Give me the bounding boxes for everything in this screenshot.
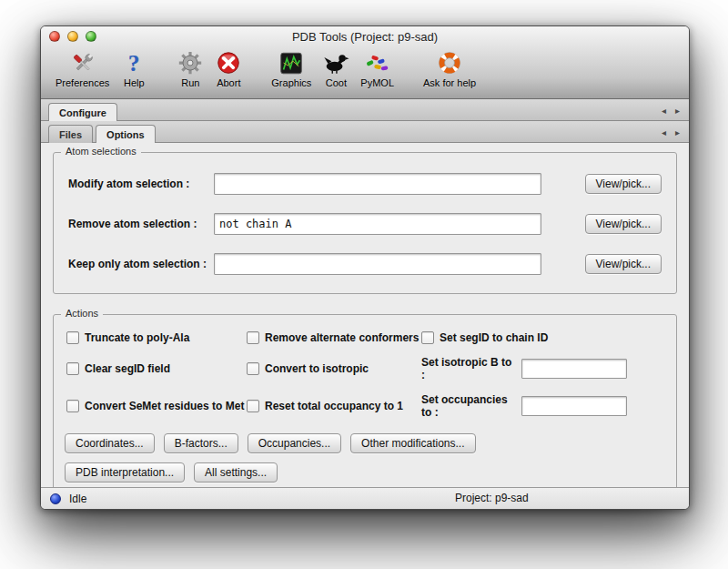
convert-semet-label: Convert SeMet residues to Met xyxy=(85,400,244,412)
tools-icon xyxy=(69,49,96,77)
sub-tab-scroll: ◂ ▸ xyxy=(662,128,682,142)
checkbox-icon[interactable] xyxy=(247,400,259,412)
remove-atom-selection-row: Remove atom selection : View/pick... xyxy=(68,213,662,235)
coordinates-button[interactable]: Coordinates... xyxy=(65,433,155,453)
tab-scroll-right-icon[interactable]: ▸ xyxy=(675,107,680,116)
remove-atom-selection-input[interactable] xyxy=(214,213,541,235)
convert-semet-checkbox[interactable]: Convert SeMet residues to Met xyxy=(66,393,247,419)
truncate-poly-ala-checkbox[interactable]: Truncate to poly-Ala xyxy=(66,331,247,344)
remove-alternate-conformers-checkbox[interactable]: Remove alternate conformers xyxy=(247,331,421,344)
actions-grid: Truncate to poly-Ala Remove alternate co… xyxy=(66,331,663,419)
clear-segid-checkbox[interactable]: Clear segID field xyxy=(66,356,247,381)
status-project: Project: p9-sad xyxy=(455,492,529,504)
tab-options-label: Options xyxy=(106,129,145,140)
zoom-window-button[interactable] xyxy=(86,31,96,42)
occupancies-button[interactable]: Occupancies... xyxy=(248,433,341,453)
keep-view-pick-button[interactable]: View/pick... xyxy=(585,254,662,274)
remove-view-pick-button[interactable]: View/pick... xyxy=(585,214,662,234)
other-modifications-button[interactable]: Other modifications... xyxy=(350,433,475,453)
abort-label: Abort xyxy=(217,77,240,88)
tab-options[interactable]: Options xyxy=(96,125,156,143)
set-isotropic-b-field: Set isotropic B to : xyxy=(421,356,663,381)
keep-only-atom-selection-input[interactable] xyxy=(214,253,541,275)
pymol-icon xyxy=(364,49,391,77)
options-panel: Atom selections Modify atom selection : … xyxy=(41,143,689,487)
actions-button-row-2: PDB interpretation... All settings... xyxy=(65,462,665,483)
coot-bird-icon xyxy=(322,49,349,77)
pdb-tools-window: PDB Tools (Project: p9-sad) xyxy=(40,25,690,510)
set-isotropic-b-input[interactable] xyxy=(521,359,627,379)
sub-tabbar: Files Options ◂ ▸ xyxy=(41,121,689,143)
ask-for-help-button[interactable]: Ask for help xyxy=(423,49,476,88)
set-segid-to-chain-label: Set segID to chain ID xyxy=(440,331,548,344)
set-isotropic-b-label: Set isotropic B to : xyxy=(421,356,516,381)
checkbox-icon[interactable] xyxy=(66,331,79,344)
actions-group: Actions Truncate to poly-Ala Remove alte… xyxy=(53,314,677,487)
tab-configure[interactable]: Configure xyxy=(48,103,117,121)
checkbox-icon[interactable] xyxy=(66,362,79,375)
tab-scroll-left-icon[interactable]: ◂ xyxy=(662,107,666,116)
modify-atom-selection-label: Modify atom selection : xyxy=(68,178,214,190)
modify-atom-selection-input[interactable] xyxy=(214,173,541,195)
atom-selections-group: Atom selections Modify atom selection : … xyxy=(53,152,677,294)
checkbox-icon[interactable] xyxy=(66,400,79,412)
tab-files[interactable]: Files xyxy=(48,125,93,143)
desktop: PDB Tools (Project: p9-sad) xyxy=(0,0,728,569)
modify-atom-selection-row: Modify atom selection : View/pick... xyxy=(68,173,662,195)
keep-only-atom-selection-label: Keep only atom selection : xyxy=(68,258,214,270)
set-occupancies-label: Set occupancies to : xyxy=(421,393,516,419)
checkbox-icon[interactable] xyxy=(421,331,434,344)
convert-isotropic-checkbox[interactable]: Convert to isotropic xyxy=(247,356,421,381)
modify-view-pick-button[interactable]: View/pick... xyxy=(585,174,662,194)
preferences-label: Preferences xyxy=(56,77,109,88)
window-chrome: PDB Tools (Project: p9-sad) xyxy=(41,26,689,99)
abort-icon xyxy=(215,49,242,77)
close-window-button[interactable] xyxy=(49,31,60,42)
run-label: Run xyxy=(181,77,199,88)
help-button[interactable]: ? ? Help xyxy=(120,49,147,88)
pymol-label: PyMOL xyxy=(360,77,394,88)
graphics-button[interactable]: Graphics xyxy=(271,49,311,88)
checkbox-icon[interactable] xyxy=(247,331,259,344)
window-title: PDB Tools (Project: p9-sad) xyxy=(292,30,438,44)
status-indicator-icon xyxy=(50,493,61,504)
reset-occupancy-label: Reset total occupancy to 1 xyxy=(265,400,403,412)
pymol-button[interactable]: PyMOL xyxy=(360,49,394,88)
run-button[interactable]: Run xyxy=(177,49,204,88)
subtab-scroll-right-icon[interactable]: ▸ xyxy=(675,128,680,137)
lifebuoy-icon xyxy=(436,49,463,77)
pdb-interpretation-button[interactable]: PDB interpretation... xyxy=(65,462,185,483)
remove-atom-selection-label: Remove atom selection : xyxy=(68,218,214,230)
checkbox-icon[interactable] xyxy=(247,362,259,375)
actions-button-row-1: Coordinates... B-factors... Occupancies.… xyxy=(65,433,665,453)
graphics-label: Graphics xyxy=(271,77,311,88)
bfactors-button[interactable]: B-factors... xyxy=(164,433,238,453)
gear-icon xyxy=(177,49,204,77)
subtab-scroll-left-icon[interactable]: ◂ xyxy=(662,128,666,137)
window-controls xyxy=(49,31,96,42)
help-label: Help xyxy=(124,77,145,88)
keep-only-atom-selection-row: Keep only atom selection : View/pick... xyxy=(68,253,662,275)
toolbar: Preferences ? ? Help xyxy=(41,46,689,98)
svg-text:?: ? xyxy=(128,50,140,76)
ask-for-help-label: Ask for help xyxy=(423,77,476,88)
remove-alternate-conformers-label: Remove alternate conformers xyxy=(265,331,419,344)
status-bar: Idle Project: p9-sad xyxy=(41,487,689,509)
set-segid-to-chain-checkbox[interactable]: Set segID to chain ID xyxy=(421,331,663,344)
graphics-icon xyxy=(278,49,305,77)
minimize-window-button[interactable] xyxy=(67,31,78,42)
abort-button[interactable]: Abort xyxy=(215,49,242,88)
coot-button[interactable]: Coot xyxy=(322,49,349,88)
set-occupancies-input[interactable] xyxy=(521,396,627,416)
coot-label: Coot xyxy=(326,77,347,88)
main-tabbar: Configure ◂ ▸ xyxy=(41,99,689,121)
tab-files-label: Files xyxy=(59,129,82,140)
reset-occupancy-checkbox[interactable]: Reset total occupancy to 1 xyxy=(247,393,421,419)
titlebar[interactable]: PDB Tools (Project: p9-sad) xyxy=(41,26,689,46)
preferences-button[interactable]: Preferences xyxy=(56,49,109,88)
all-settings-button[interactable]: All settings... xyxy=(194,462,278,483)
help-icon: ? ? xyxy=(120,49,147,77)
actions-group-title: Actions xyxy=(61,308,103,319)
main-tab-scroll: ◂ ▸ xyxy=(662,107,682,120)
set-occupancies-field: Set occupancies to : xyxy=(421,393,663,419)
